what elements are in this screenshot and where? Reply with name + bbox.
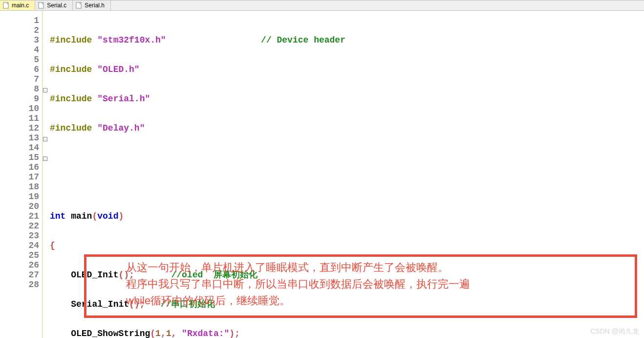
line-number: 18	[0, 182, 39, 192]
line-number: 10	[0, 104, 39, 113]
tab-label: Serial.c	[47, 2, 66, 9]
code-line: #include "Delay.h"	[50, 123, 644, 133]
line-number: 13	[0, 133, 39, 143]
line-number: 5	[0, 55, 39, 65]
line-number: 16	[0, 162, 39, 172]
line-number: 14	[0, 143, 39, 153]
line-number: 2	[0, 25, 39, 35]
tab-main-c[interactable]: main.c	[0, 0, 35, 10]
tab-bar: main.c Serial.c Serial.h	[0, 0, 644, 11]
line-number: 7	[0, 74, 39, 84]
code-line: #include "Serial.h"	[50, 94, 644, 104]
line-number: 26	[0, 260, 39, 270]
line-number: 24	[0, 241, 39, 250]
code-line: OLED_ShowString(1,1, "Rxdata:");	[50, 329, 644, 338]
line-number: 20	[0, 202, 39, 211]
tab-label: main.c	[12, 2, 29, 9]
code-line	[50, 153, 644, 162]
watermark: CSDN @尚久龙	[590, 327, 639, 336]
line-number: 28	[0, 280, 39, 290]
line-number: 19	[0, 192, 39, 202]
tab-label: Serial.h	[85, 2, 105, 9]
line-number: 11	[0, 113, 39, 123]
line-number: 8	[0, 84, 39, 94]
line-number: 21	[0, 211, 39, 221]
line-number: 12	[0, 123, 39, 133]
line-number: 3	[0, 35, 39, 45]
code-area[interactable]: #include "stm32f10x.h" // Device header …	[48, 11, 644, 338]
code-line	[50, 182, 644, 192]
line-number: 27	[0, 270, 39, 280]
code-line: {	[50, 241, 644, 250]
line-number: 23	[0, 231, 39, 241]
line-number: 22	[0, 221, 39, 231]
fold-toggle-icon[interactable]: -	[43, 137, 47, 141]
code-editor[interactable]: 1234567891011121314151617181920212223242…	[0, 11, 644, 338]
line-number: 15	[0, 153, 39, 162]
line-number-gutter: 1234567891011121314151617181920212223242…	[0, 11, 43, 338]
code-line: int main(void)	[50, 211, 644, 221]
line-number: 1	[0, 16, 39, 25]
file-h-icon	[76, 2, 83, 9]
code-line: Serial_Init(); //串口初始化	[50, 299, 644, 309]
tab-serial-h[interactable]: Serial.h	[73, 0, 111, 10]
file-c-icon	[38, 2, 45, 9]
line-number: 9	[0, 94, 39, 104]
line-number: 4	[0, 45, 39, 55]
code-line: #include "OLED.h"	[50, 65, 644, 74]
tab-serial-c[interactable]: Serial.c	[35, 0, 73, 10]
line-number: 17	[0, 172, 39, 182]
line-number: 6	[0, 65, 39, 74]
fold-toggle-icon[interactable]: -	[43, 157, 47, 161]
fold-column: ---	[43, 11, 48, 338]
fold-toggle-icon[interactable]: -	[43, 88, 47, 92]
code-line: #include "stm32f10x.h" // Device header	[50, 35, 644, 45]
line-number: 25	[0, 250, 39, 260]
file-c-icon	[3, 2, 10, 9]
code-line: OLED_Init(); //oled 屏幕初始化	[50, 270, 644, 280]
